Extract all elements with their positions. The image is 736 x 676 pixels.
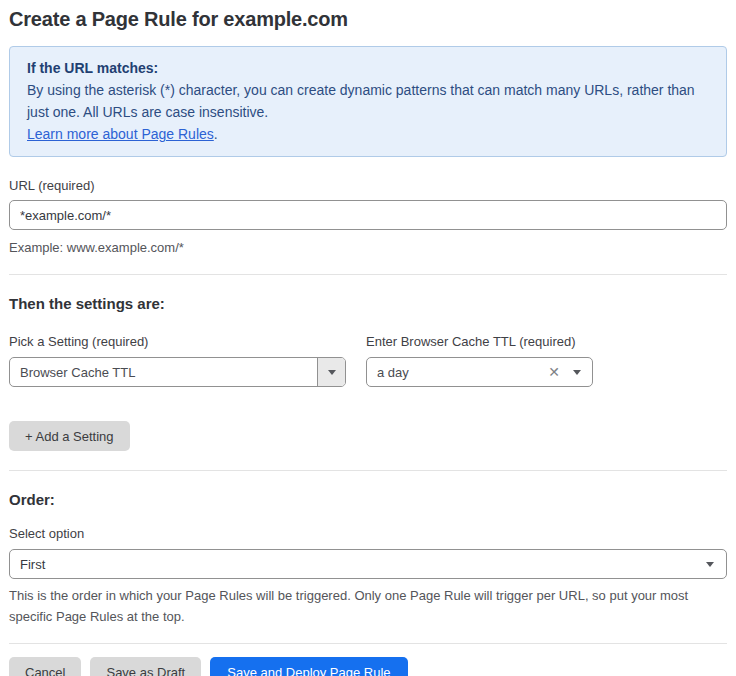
info-box-body: By using the asterisk (*) character, you…	[27, 79, 709, 123]
pick-setting-dropdown-button[interactable]	[317, 358, 345, 386]
order-select[interactable]: First	[9, 549, 727, 579]
ttl-field: Enter Browser Cache TTL (required) a day…	[366, 334, 593, 387]
url-match-info-box: If the URL matches: By using the asteris…	[9, 46, 727, 157]
ttl-label: Enter Browser Cache TTL (required)	[366, 334, 593, 349]
footer-actions: Cancel Save as Draft Save and Deploy Pag…	[9, 657, 727, 676]
pick-setting-value: Browser Cache TTL	[10, 365, 317, 380]
ttl-select-icons: ✕	[548, 365, 592, 379]
learn-more-link[interactable]: Learn more about Page Rules	[27, 126, 214, 142]
order-helper-text: This is the order in which your Page Rul…	[9, 585, 728, 627]
pick-setting-label: Pick a Setting (required)	[9, 334, 346, 349]
caret-down-icon	[706, 562, 714, 567]
cancel-button[interactable]: Cancel	[9, 657, 81, 676]
settings-row: Pick a Setting (required) Browser Cache …	[9, 334, 727, 387]
save-draft-button[interactable]: Save as Draft	[90, 657, 201, 676]
ttl-value: a day	[367, 365, 548, 380]
ttl-select[interactable]: a day ✕	[366, 357, 593, 387]
url-label: URL (required)	[9, 178, 727, 193]
pick-setting-field: Pick a Setting (required) Browser Cache …	[9, 334, 346, 387]
caret-down-icon[interactable]	[573, 370, 581, 375]
url-input[interactable]	[9, 200, 727, 230]
section-divider	[9, 274, 727, 275]
url-helper-text: Example: www.example.com/*	[9, 237, 727, 258]
pick-setting-select[interactable]: Browser Cache TTL	[9, 357, 346, 387]
footer-divider	[9, 643, 727, 644]
create-page-rule-form: Create a Page Rule for example.com If th…	[9, 8, 727, 676]
info-box-heading: If the URL matches:	[27, 57, 709, 79]
settings-heading: Then the settings are:	[9, 295, 727, 312]
link-period: .	[214, 126, 218, 142]
clear-icon[interactable]: ✕	[548, 365, 560, 379]
add-setting-button[interactable]: + Add a Setting	[9, 421, 130, 451]
section-divider	[9, 470, 727, 471]
order-select-label: Select option	[9, 526, 727, 541]
caret-down-icon	[328, 370, 336, 375]
order-value: First	[10, 557, 706, 572]
info-box-link-line: Learn more about Page Rules.	[27, 123, 709, 145]
order-heading: Order:	[9, 491, 727, 508]
save-deploy-button[interactable]: Save and Deploy Page Rule	[210, 657, 407, 676]
page-title: Create a Page Rule for example.com	[9, 8, 727, 31]
